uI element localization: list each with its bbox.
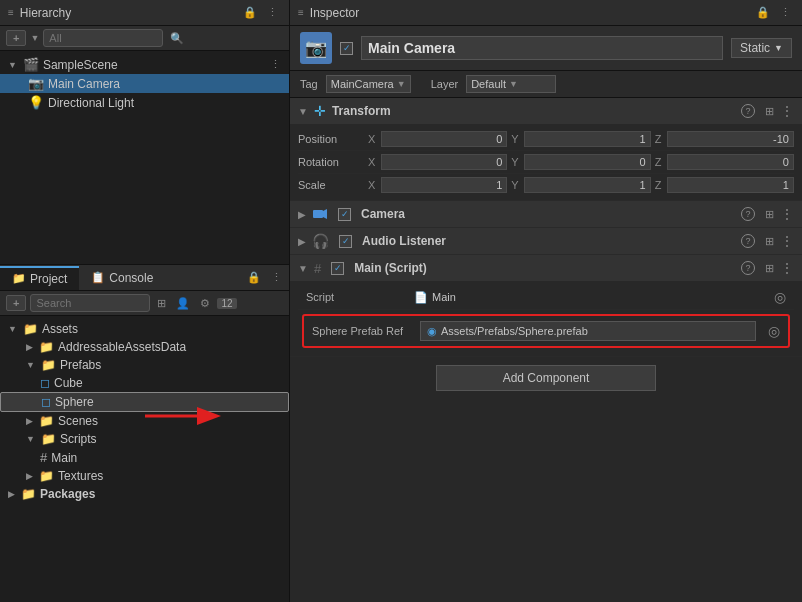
project-item-addressable[interactable]: ▶ 📁 AddressableAssetsData <box>0 338 289 356</box>
hierarchy-item-dirlight[interactable]: 💡 Directional Light <box>0 93 289 112</box>
sc-y-input[interactable] <box>524 177 651 193</box>
project-item-scenes[interactable]: ▶ 📁 Scenes <box>0 412 289 430</box>
camera-checkbox[interactable] <box>338 208 351 221</box>
dirlight-label: Directional Light <box>48 96 134 110</box>
hierarchy-item-maincamera[interactable]: 📷 Main Camera <box>0 74 289 93</box>
audio-layout-icon[interactable]: ⊞ <box>765 235 774 248</box>
script-help-icon[interactable]: ? <box>741 261 755 275</box>
pos-x-input[interactable] <box>381 131 508 147</box>
transform-header[interactable]: ▼ ✛ Transform ? ⊞ ⋮ <box>290 98 802 124</box>
rot-x-input[interactable] <box>381 154 508 170</box>
rot-y-label: Y <box>511 156 522 168</box>
audio-collapse-arrow: ▶ <box>298 236 306 247</box>
project-item-sphere[interactable]: ◻ Sphere <box>0 392 289 412</box>
project-lock-btn[interactable]: 🔒 <box>244 270 264 285</box>
assets-arrow: ▼ <box>8 324 17 334</box>
sphere-circle-btn[interactable]: ◎ <box>768 323 780 339</box>
static-label: Static <box>740 41 770 55</box>
hierarchy-item-samplescene[interactable]: ▼ 🎬 SampleScene ⋮ <box>0 55 289 74</box>
audio-listener-header[interactable]: ▶ 🎧 Audio Listener ? ⊞ ⋮ <box>290 228 802 254</box>
camera-section-icon-wrap <box>312 206 328 222</box>
inspector-lock-btn[interactable]: 🔒 <box>753 5 773 20</box>
object-active-checkbox[interactable] <box>340 42 353 55</box>
main-script-section: ▼ # Main (Script) ? ⊞ ⋮ Script 📄 Main <box>290 255 802 357</box>
rotation-z-field: Z <box>655 154 794 170</box>
inspector-menu-btn[interactable]: ⋮ <box>777 5 794 20</box>
sc-z-input[interactable] <box>667 177 794 193</box>
audio-menu-dots[interactable]: ⋮ <box>780 233 794 249</box>
sphere-prefab-label: Sphere Prefab Ref <box>312 325 412 337</box>
hierarchy-title: Hierarchy <box>20 6 71 20</box>
main-script-header[interactable]: ▼ # Main (Script) ? ⊞ ⋮ <box>290 255 802 281</box>
position-x-field: X <box>368 131 507 147</box>
rot-y-input[interactable] <box>524 154 651 170</box>
tab-project[interactable]: 📁 Project <box>0 266 79 290</box>
scale-row: Scale X Y Z <box>298 174 794 196</box>
script-row: Script 📄 Main ◎ <box>298 285 794 310</box>
rotation-x-field: X <box>368 154 507 170</box>
scripts-label: Scripts <box>60 432 97 446</box>
hierarchy-search-icon[interactable]: 🔍 <box>167 31 187 46</box>
project-menu-btn[interactable]: ⋮ <box>268 270 285 285</box>
hierarchy-toolbar: + ▼ 🔍 <box>0 26 289 51</box>
transform-title: Transform <box>332 104 735 118</box>
scale-y-field: Y <box>511 177 650 193</box>
audio-help-icon[interactable]: ? <box>741 234 755 248</box>
project-item-textures[interactable]: ▶ 📁 Textures <box>0 467 289 485</box>
camera-header[interactable]: ▶ Camera ? ⊞ ⋮ <box>290 201 802 227</box>
pos-x-label: X <box>368 133 379 145</box>
camera-menu-dots[interactable]: ⋮ <box>780 206 794 222</box>
project-person-icon[interactable]: 👤 <box>173 296 193 311</box>
rot-x-label: X <box>368 156 379 168</box>
svg-marker-3 <box>323 209 327 219</box>
tag-dropdown[interactable]: MainCamera ▼ <box>326 75 411 93</box>
addressable-folder-icon: 📁 <box>39 340 54 354</box>
script-menu-dots[interactable]: ⋮ <box>780 260 794 276</box>
position-z-field: Z <box>655 131 794 147</box>
script-layout-icon[interactable]: ⊞ <box>765 262 774 275</box>
transform-help-icon[interactable]: ? <box>741 104 755 118</box>
add-component-button[interactable]: Add Component <box>436 365 656 391</box>
transform-menu-dots[interactable]: ⋮ <box>780 103 794 119</box>
project-item-prefabs[interactable]: ▼ 📁 Prefabs <box>0 356 289 374</box>
static-button[interactable]: Static ▼ <box>731 38 792 58</box>
sc-x-input[interactable] <box>381 177 508 193</box>
camera-help-icon[interactable]: ? <box>741 207 755 221</box>
project-item-scripts[interactable]: ▼ 📁 Scripts <box>0 430 289 448</box>
hierarchy-lock-btn[interactable]: 🔒 <box>240 5 260 20</box>
object-name-input[interactable] <box>361 36 723 60</box>
layer-arrow: ▼ <box>509 79 518 89</box>
hierarchy-search-input[interactable] <box>43 29 163 47</box>
project-item-assets[interactable]: ▼ 📁 Assets <box>0 320 289 338</box>
project-item-main[interactable]: # Main <box>0 448 289 467</box>
transform-section: ▼ ✛ Transform ? ⊞ ⋮ Position X <box>290 98 802 201</box>
camera-layout-icon[interactable]: ⊞ <box>765 208 774 221</box>
pos-z-input[interactable] <box>667 131 794 147</box>
tab-console[interactable]: 📋 Console <box>79 267 165 289</box>
scripts-folder-icon: 📁 <box>41 432 56 446</box>
samplescene-menu[interactable]: ⋮ <box>270 58 281 71</box>
camera-section: ▶ Camera ? ⊞ ⋮ <box>290 201 802 228</box>
project-filter-icon[interactable]: ⊞ <box>154 296 169 311</box>
project-settings-icon[interactable]: ⚙ <box>197 296 213 311</box>
sphere-prefab-icon: ◉ <box>427 325 437 338</box>
script-circle-icon[interactable]: ◎ <box>774 289 786 305</box>
pos-y-input[interactable] <box>524 131 651 147</box>
pos-z-label: Z <box>655 133 666 145</box>
transform-layout-icon[interactable]: ⊞ <box>765 105 774 118</box>
sphere-prefab-value-field[interactable]: ◉ Assets/Prefabs/Sphere.prefab <box>420 321 756 341</box>
audio-checkbox[interactable] <box>339 235 352 248</box>
script-checkbox[interactable] <box>331 262 344 275</box>
layer-dropdown[interactable]: Default ▼ <box>466 75 556 93</box>
project-search-input[interactable] <box>30 294 150 312</box>
project-item-packages[interactable]: ▶ 📁 Packages <box>0 485 289 503</box>
rot-z-input[interactable] <box>667 154 794 170</box>
audio-title: Audio Listener <box>362 234 735 248</box>
hierarchy-add-btn[interactable]: + <box>6 30 26 46</box>
samplescene-label: SampleScene <box>43 58 118 72</box>
project-add-btn[interactable]: + <box>6 295 26 311</box>
textures-folder-icon: 📁 <box>39 469 54 483</box>
project-item-cube[interactable]: ◻ Cube <box>0 374 289 392</box>
tag-arrow: ▼ <box>397 79 406 89</box>
hierarchy-menu-btn[interactable]: ⋮ <box>264 5 281 20</box>
